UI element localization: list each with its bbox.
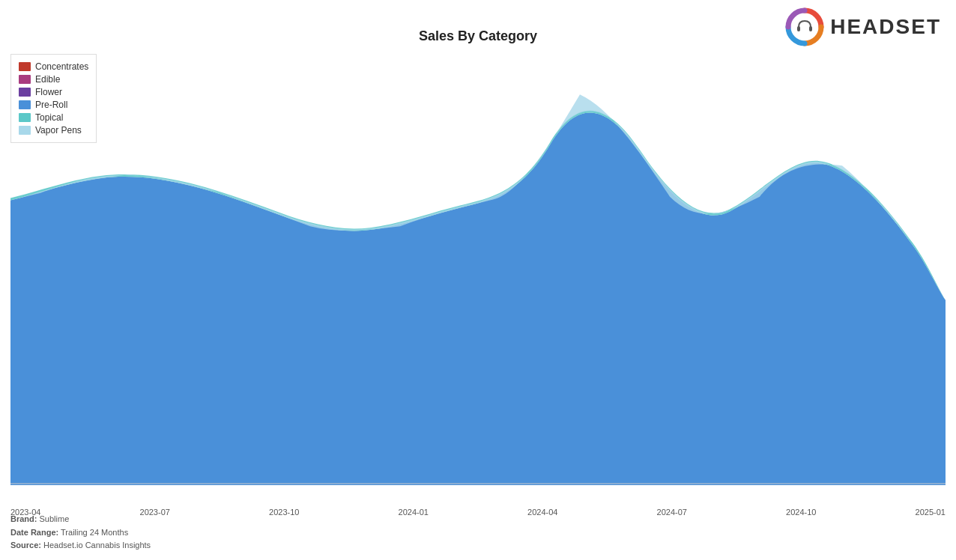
legend-item: Pre-Roll: [19, 100, 88, 110]
legend-item-label: Vapor Pens: [35, 125, 82, 136]
source-label: Source:: [10, 541, 41, 550]
x-axis-labels: 2023-042023-072023-102024-012024-042024-…: [10, 508, 946, 517]
legend-item-label: Edible: [35, 74, 60, 85]
page-container: HEADSET Sales By Category ConcentratesEd…: [0, 0, 956, 560]
footer-date-range: Date Range: Trailing 24 Months: [10, 526, 151, 540]
x-axis-label: 2024-04: [527, 508, 557, 517]
legend-swatch: [19, 100, 31, 109]
legend-swatch: [19, 126, 31, 135]
source-value: Headset.io Cannabis Insights: [43, 541, 151, 550]
x-axis-label: 2024-10: [786, 508, 816, 517]
x-axis-label: 2025-01: [916, 508, 946, 517]
brand-value: Sublime: [40, 514, 70, 523]
footer-brand: Brand: Sublime: [10, 513, 151, 526]
chart-title: Sales By Category: [0, 28, 956, 44]
legend-item: Concentrates: [19, 61, 88, 72]
legend-swatch: [19, 88, 31, 97]
chart-area: [10, 49, 946, 485]
x-axis-label: 2024-01: [399, 508, 429, 517]
legend-swatch: [19, 75, 31, 84]
date-range-value: Trailing 24 Months: [61, 528, 128, 537]
legend-item: Flower: [19, 87, 88, 97]
legend-item-label: Pre-Roll: [35, 100, 67, 110]
brand-label: Brand:: [10, 514, 37, 523]
x-axis-label: 2024-07: [657, 508, 687, 517]
chart-svg: [10, 49, 946, 485]
legend-item-label: Topical: [35, 112, 63, 123]
footer-source: Source: Headset.io Cannabis Insights: [10, 539, 151, 553]
date-range-label: Date Range:: [10, 528, 58, 537]
legend-item: Vapor Pens: [19, 125, 88, 136]
legend-swatch: [19, 113, 31, 122]
legend-item: Topical: [19, 112, 88, 123]
footer-info: Brand: Sublime Date Range: Trailing 24 M…: [10, 513, 151, 553]
x-axis-label: 2023-10: [269, 508, 299, 517]
legend-item-label: Flower: [35, 87, 62, 97]
legend-item: Edible: [19, 74, 88, 85]
preroll-area: [10, 112, 946, 485]
legend-item-label: Concentrates: [35, 61, 88, 72]
chart-legend: ConcentratesEdibleFlowerPre-RollTopicalV…: [10, 54, 97, 143]
legend-swatch: [19, 62, 31, 71]
